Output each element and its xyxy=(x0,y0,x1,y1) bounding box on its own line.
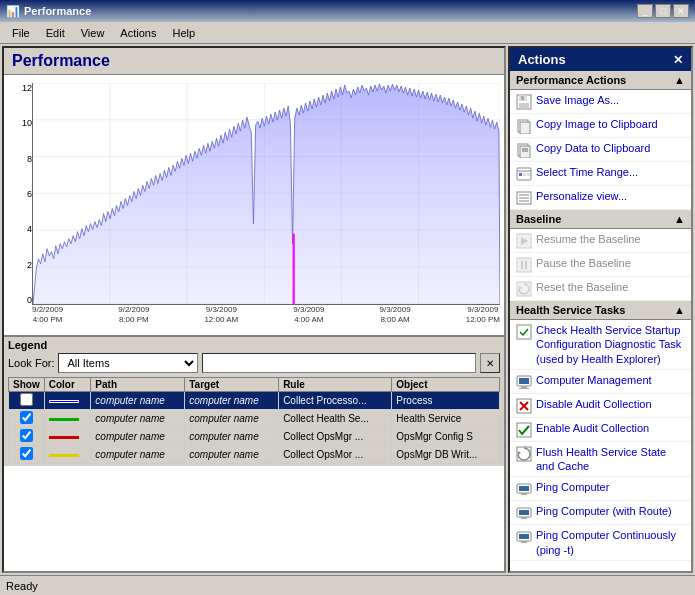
menu-file[interactable]: File xyxy=(4,25,38,41)
x-label-1: 9/2/20098:00 PM xyxy=(118,305,149,331)
section-health-header: Health Service Tasks ▲ xyxy=(510,301,691,320)
copy-image-icon xyxy=(516,118,532,134)
check-health-icon xyxy=(516,324,532,340)
menu-help[interactable]: Help xyxy=(164,25,203,41)
col-rule: Rule xyxy=(279,378,392,392)
section-health-collapse[interactable]: ▲ xyxy=(674,304,685,316)
svg-rect-44 xyxy=(519,388,529,389)
maximize-button[interactable]: □ xyxy=(655,4,671,18)
legend-search-row: Look For: All Items Counter Target Rule … xyxy=(8,353,500,373)
section-performance-title: Performance Actions xyxy=(516,74,626,86)
menu-actions[interactable]: Actions xyxy=(112,25,164,41)
action-ping-route[interactable]: Ping Computer (with Route) xyxy=(510,501,691,525)
target-cell-2: computer name xyxy=(185,428,279,446)
action-computer-management[interactable]: Computer Management xyxy=(510,370,691,394)
action-copy-data-text: Copy Data to Clipboard xyxy=(536,141,650,155)
action-ping-continuous-text: Ping Computer Continuously (ping -t) xyxy=(536,528,685,557)
ping-route-icon xyxy=(516,505,532,521)
actions-title: Actions xyxy=(518,52,566,67)
show-checkbox-1[interactable] xyxy=(20,411,33,424)
action-enable-audit-text: Enable Audit Collection xyxy=(536,421,649,435)
action-resume-baseline[interactable]: Resume the Baseline xyxy=(510,229,691,253)
ping-computer-icon xyxy=(516,481,532,497)
legend-search-input[interactable] xyxy=(202,353,476,373)
action-copy-data[interactable]: Copy Data to Clipboard xyxy=(510,138,691,162)
svg-rect-35 xyxy=(517,258,531,272)
action-disable-audit-text: Disable Audit Collection xyxy=(536,397,652,411)
action-select-time-text: Select Time Range... xyxy=(536,165,638,179)
computer-management-icon xyxy=(516,374,532,390)
action-pause-baseline-text: Pause the Baseline xyxy=(536,256,631,270)
main-layout: Performance 12 10 8 6 4 2 0 xyxy=(0,44,695,575)
chart-area: 12 10 8 6 4 2 0 xyxy=(4,75,504,335)
reset-baseline-icon xyxy=(516,281,532,297)
target-cell-3: computer name xyxy=(185,446,279,464)
actions-close-button[interactable]: ✕ xyxy=(673,53,683,67)
menu-edit[interactable]: Edit xyxy=(38,25,73,41)
action-computer-management-text: Computer Management xyxy=(536,373,652,387)
check-cell-2[interactable] xyxy=(9,428,45,446)
action-personalize[interactable]: Personalize view... xyxy=(510,186,691,210)
look-for-label: Look For: xyxy=(8,357,54,369)
col-show: Show xyxy=(9,378,45,392)
section-performance-collapse[interactable]: ▲ xyxy=(674,74,685,86)
check-cell-3[interactable] xyxy=(9,446,45,464)
color-cell-2 xyxy=(44,428,91,446)
y-label-10: 10 xyxy=(22,118,32,128)
show-checkbox-0[interactable] xyxy=(20,393,33,406)
table-row[interactable]: computer name computer name Collect Heal… xyxy=(9,410,500,428)
title-bar-text: Performance xyxy=(24,5,91,17)
left-panel: Performance 12 10 8 6 4 2 0 xyxy=(2,46,506,573)
action-reset-baseline-text: Reset the Baseline xyxy=(536,280,628,294)
svg-rect-52 xyxy=(519,486,529,491)
rule-cell-3: Collect OpsMor ... xyxy=(279,446,392,464)
show-checkbox-2[interactable] xyxy=(20,429,33,442)
action-enable-audit[interactable]: Enable Audit Collection xyxy=(510,418,691,442)
svg-rect-55 xyxy=(519,510,529,515)
rule-cell-1: Collect Health Se... xyxy=(279,410,392,428)
color-cell-1 xyxy=(44,410,91,428)
section-baseline-collapse[interactable]: ▲ xyxy=(674,213,685,225)
col-object: Object xyxy=(392,378,500,392)
flush-health-icon xyxy=(516,446,532,462)
close-button[interactable]: ✕ xyxy=(673,4,689,18)
section-baseline-title: Baseline xyxy=(516,213,561,225)
table-row[interactable]: computer name computer name Collect OpsM… xyxy=(9,446,500,464)
path-cell-3: computer name xyxy=(91,446,185,464)
table-row[interactable]: computer name computer name Collect Proc… xyxy=(9,392,500,410)
table-row[interactable]: computer name computer name Collect OpsM… xyxy=(9,428,500,446)
legend-clear-button[interactable]: ✕ xyxy=(480,353,500,373)
check-cell-0[interactable] xyxy=(9,392,45,410)
action-save-image[interactable]: Save Image As... xyxy=(510,90,691,114)
svg-rect-37 xyxy=(525,261,527,269)
action-pause-baseline[interactable]: Pause the Baseline xyxy=(510,253,691,277)
show-checkbox-3[interactable] xyxy=(20,447,33,460)
color-cell-0 xyxy=(44,392,91,410)
action-flush-health-text: Flush Health Service State and Cache xyxy=(536,445,685,474)
app-icon: 📊 xyxy=(6,5,20,18)
action-copy-image[interactable]: Copy Image to Clipboard xyxy=(510,114,691,138)
action-flush-health[interactable]: Flush Health Service State and Cache xyxy=(510,442,691,478)
section-health-title: Health Service Tasks xyxy=(516,304,625,316)
action-select-time[interactable]: Select Time Range... xyxy=(510,162,691,186)
action-ping-route-text: Ping Computer (with Route) xyxy=(536,504,672,518)
path-cell-1: computer name xyxy=(91,410,185,428)
action-ping-computer[interactable]: Ping Computer xyxy=(510,477,691,501)
legend-dropdown[interactable]: All Items Counter Target Rule xyxy=(58,353,198,373)
menu-view[interactable]: View xyxy=(73,25,113,41)
minimize-button[interactable]: _ xyxy=(637,4,653,18)
check-cell-1[interactable] xyxy=(9,410,45,428)
personalize-icon xyxy=(516,190,532,206)
object-cell-2: OpsMgr Config S xyxy=(392,428,500,446)
copy-data-icon xyxy=(516,142,532,158)
ping-continuous-icon xyxy=(516,529,532,545)
color-cell-3 xyxy=(44,446,91,464)
action-ping-continuous[interactable]: Ping Computer Continuously (ping -t) xyxy=(510,525,691,561)
action-disable-audit[interactable]: Disable Audit Collection xyxy=(510,394,691,418)
right-panel: Actions ✕ Performance Actions ▲ Save Ima… xyxy=(508,46,693,573)
actions-header: Actions ✕ xyxy=(510,48,691,71)
action-reset-baseline[interactable]: Reset the Baseline xyxy=(510,277,691,301)
legend-table: Show Color Path Target Rule Object compu… xyxy=(8,377,500,464)
action-check-health[interactable]: Check Health Service Startup Configurati… xyxy=(510,320,691,370)
legend-title: Legend xyxy=(8,339,500,351)
